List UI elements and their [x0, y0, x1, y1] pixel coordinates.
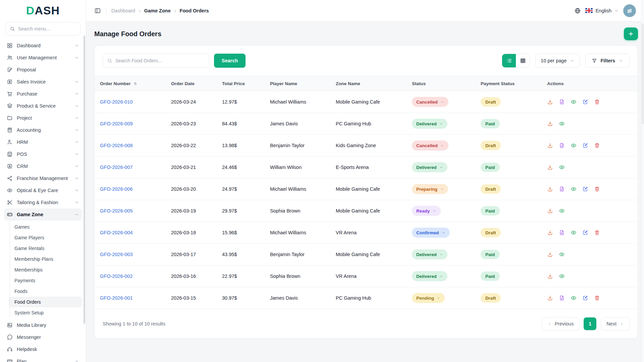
status-badge[interactable]: Confirmed: [412, 228, 450, 238]
breadcrumb-item-dashboard[interactable]: Dashboard: [111, 8, 135, 13]
sidebar-subitem-memberships[interactable]: Memberships: [9, 264, 82, 275]
order-number-link[interactable]: GFO-2026-008: [100, 143, 133, 148]
sidebar-subitem-system-setup[interactable]: System Setup: [9, 307, 82, 318]
sidebar-subitem-payments[interactable]: Payments: [9, 275, 82, 286]
invoice-button[interactable]: [559, 99, 565, 105]
sidebar-item-purchase[interactable]: Purchase: [4, 88, 82, 100]
sidebar-item-franchise-management[interactable]: Franchise Management: [4, 172, 82, 184]
sidebar-subitem-food-orders[interactable]: Food Orders: [9, 297, 82, 307]
view-button[interactable]: [571, 295, 577, 301]
view-button[interactable]: [559, 251, 565, 257]
status-badge[interactable]: Cancelled: [412, 140, 448, 150]
edit-button[interactable]: [582, 230, 588, 236]
download-button[interactable]: [547, 251, 553, 257]
sidebar-item-messenger[interactable]: Messenger: [4, 331, 82, 343]
globe-icon[interactable]: [574, 7, 581, 14]
orders-search[interactable]: [103, 54, 209, 68]
order-number-link[interactable]: GFO-2026-010: [100, 99, 133, 105]
download-button[interactable]: [547, 164, 553, 170]
page-scrollbar-thumb[interactable]: [642, 23, 644, 124]
status-badge[interactable]: Pending: [412, 293, 445, 303]
delete-button[interactable]: [594, 142, 600, 148]
view-button[interactable]: [571, 186, 577, 192]
avatar[interactable]: [623, 4, 636, 17]
status-badge[interactable]: Delivered: [412, 162, 447, 172]
sidebar-item-sales-invoice[interactable]: Sales Invoice: [4, 76, 82, 88]
delete-button[interactable]: [594, 99, 600, 105]
invoice-button[interactable]: [559, 295, 565, 301]
sidebar-search[interactable]: [5, 22, 80, 36]
download-button[interactable]: [547, 208, 553, 214]
sidebar-subitem-games[interactable]: Games: [9, 222, 82, 232]
sidebar-search-input[interactable]: [18, 26, 76, 32]
download-button[interactable]: [547, 295, 553, 301]
sidebar-subitem-membership-plans[interactable]: Membership Plans: [9, 254, 82, 264]
order-number-link[interactable]: GFO-2026-002: [100, 274, 133, 279]
search-button[interactable]: Search: [214, 54, 246, 68]
status-badge[interactable]: Preparing: [412, 184, 448, 194]
download-button[interactable]: [547, 142, 553, 148]
status-badge[interactable]: Delivered: [412, 249, 447, 259]
breadcrumb-item-game-zone[interactable]: Game Zone: [144, 8, 171, 13]
edit-button[interactable]: [582, 295, 588, 301]
filters-button[interactable]: Filters: [585, 54, 630, 68]
sidebar-item-tailoring-fashion[interactable]: Tailoring & Fashion: [4, 196, 82, 208]
view-button[interactable]: [559, 273, 565, 279]
sidebar-item-game-zone[interactable]: Game Zone: [4, 208, 82, 221]
page-scrollbar[interactable]: [641, 0, 644, 362]
delete-button[interactable]: [594, 186, 600, 192]
sidebar-subitem-foods[interactable]: Foods: [9, 286, 82, 297]
column-header-order-number[interactable]: Order Number: [95, 76, 167, 91]
download-button[interactable]: [547, 230, 553, 236]
view-button[interactable]: [571, 230, 577, 236]
edit-button[interactable]: [582, 186, 588, 192]
previous-page-button[interactable]: Previous: [542, 317, 579, 330]
view-button[interactable]: [559, 208, 565, 214]
view-button[interactable]: [559, 121, 565, 127]
orders-search-input[interactable]: [115, 58, 205, 63]
current-page-button[interactable]: 1: [584, 317, 596, 330]
view-button[interactable]: [571, 142, 577, 148]
sidebar-item-project[interactable]: Project: [4, 112, 82, 124]
sidebar-item-media-library[interactable]: Media Library: [4, 319, 82, 331]
download-button[interactable]: [547, 273, 553, 279]
sidebar-item-plan[interactable]: Plan: [4, 355, 82, 362]
language-selector[interactable]: English: [585, 8, 619, 13]
status-badge[interactable]: Delivered: [412, 271, 447, 281]
sidebar-item-proposal[interactable]: Proposal: [4, 64, 82, 76]
order-number-link[interactable]: GFO-2026-005: [100, 208, 133, 214]
sidebar-item-crm[interactable]: CRM: [4, 160, 82, 172]
download-button[interactable]: [547, 99, 553, 105]
order-number-link[interactable]: GFO-2026-003: [100, 252, 133, 257]
order-number-link[interactable]: GFO-2026-001: [100, 295, 133, 301]
delete-button[interactable]: [594, 230, 600, 236]
invoice-button[interactable]: [559, 186, 565, 192]
sidebar-item-helpdesk[interactable]: Helpdesk: [4, 343, 82, 355]
sidebar-item-product-service[interactable]: Product & Service: [4, 100, 82, 112]
order-number-link[interactable]: GFO-2026-006: [100, 186, 133, 192]
status-badge[interactable]: Ready: [412, 206, 441, 216]
sidebar-scrollbar[interactable]: [84, 36, 85, 324]
order-number-link[interactable]: GFO-2026-007: [100, 165, 133, 170]
sidebar-item-user-management[interactable]: User Management: [4, 52, 82, 64]
per-page-select[interactable]: 10 per page: [535, 54, 580, 68]
sidebar-item-pos[interactable]: POS: [4, 148, 82, 160]
sidebar-toggle-icon[interactable]: [94, 7, 101, 14]
sidebar-item-hrm[interactable]: HRM: [4, 136, 82, 148]
view-button[interactable]: [559, 164, 565, 170]
view-button[interactable]: [571, 99, 577, 105]
status-badge[interactable]: Cancelled: [412, 97, 448, 107]
edit-button[interactable]: [582, 142, 588, 148]
status-badge[interactable]: Delivered: [412, 119, 447, 129]
download-button[interactable]: [547, 186, 553, 192]
download-button[interactable]: [547, 121, 553, 127]
order-number-link[interactable]: GFO-2026-004: [100, 230, 133, 235]
sidebar-subitem-game-players[interactable]: Game Players: [9, 232, 82, 243]
next-page-button[interactable]: Next: [601, 317, 630, 330]
edit-button[interactable]: [582, 99, 588, 105]
sidebar-item-dashboard[interactable]: Dashboard: [4, 40, 82, 52]
sidebar-subitem-game-rentals[interactable]: Game Rentals: [9, 243, 82, 254]
invoice-button[interactable]: [559, 230, 565, 236]
add-order-button[interactable]: [624, 27, 638, 40]
delete-button[interactable]: [594, 295, 600, 301]
